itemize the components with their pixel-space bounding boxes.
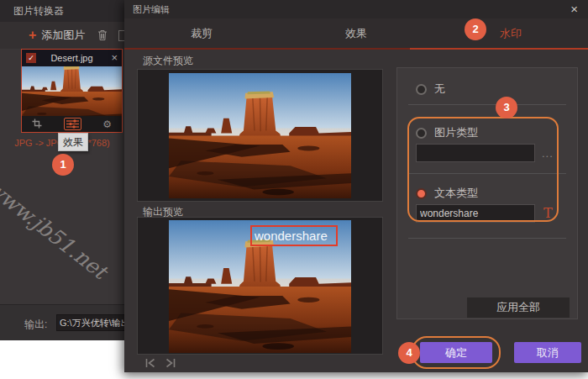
crop-icon[interactable] bbox=[32, 117, 42, 132]
output-path-input[interactable] bbox=[56, 314, 124, 331]
tab-underline-active bbox=[410, 48, 588, 50]
tab-bar: 裁剪 效果 水印 bbox=[124, 18, 588, 48]
app-title: 图片转换器 bbox=[0, 0, 124, 22]
site-watermark-text: www.jb51.net bbox=[0, 175, 112, 284]
divider bbox=[408, 104, 566, 105]
source-preview-label: 源文件预览 bbox=[143, 54, 193, 68]
toolbar: + 添加图片 bbox=[0, 22, 124, 49]
cancel-button[interactable]: 取消 bbox=[514, 342, 581, 363]
dialog-header: 图片编辑 × bbox=[124, 0, 588, 18]
prev-image-icon[interactable] bbox=[144, 356, 156, 371]
dialog-close-icon[interactable]: × bbox=[570, 0, 578, 18]
thumbnail-filename: Desert.jpg bbox=[22, 50, 122, 66]
option-none[interactable]: 无 bbox=[416, 82, 445, 97]
radio-none-icon[interactable] bbox=[416, 84, 427, 95]
output-preview-box: wondershare bbox=[137, 217, 383, 355]
thumbnail-titlebar: ✓ Desert.jpg × bbox=[22, 50, 122, 66]
image-edit-dialog: 图片编辑 × 裁剪 效果 水印 2 源文件预览 输出预览 wondershare bbox=[124, 0, 588, 372]
converter-window: 图片转换器 + 添加图片 ✓ Desert.jpg × bbox=[0, 0, 124, 340]
plus-icon: + bbox=[29, 28, 36, 43]
screenshot-root: 图片转换器 + 添加图片 ✓ Desert.jpg × bbox=[0, 0, 588, 379]
trash-icon[interactable] bbox=[97, 29, 108, 45]
step-3-badge: 3 bbox=[496, 97, 517, 118]
divider bbox=[408, 238, 566, 239]
next-image-icon[interactable] bbox=[165, 356, 176, 371]
tab-crop[interactable]: 裁剪 bbox=[124, 18, 279, 48]
effects-tooltip: 效果 bbox=[58, 133, 88, 151]
add-image-label: 添加图片 bbox=[41, 28, 85, 43]
step-3-annotation-rect bbox=[407, 117, 559, 222]
option-none-label: 无 bbox=[434, 82, 445, 97]
thumbnail-toolbar: ⚙ bbox=[22, 116, 122, 132]
preview-nav bbox=[144, 356, 176, 371]
output-label: 输出: bbox=[24, 318, 47, 332]
step-4-badge: 4 bbox=[398, 342, 420, 364]
thumbnail-image bbox=[22, 66, 122, 116]
tab-effects[interactable]: 效果 bbox=[279, 18, 433, 48]
watermark-overlay[interactable]: wondershare bbox=[250, 225, 338, 246]
clipped-toolbar-icon[interactable] bbox=[118, 30, 124, 41]
effects-icon-active[interactable] bbox=[64, 118, 81, 130]
apply-all-button[interactable]: 应用全部 bbox=[467, 297, 570, 318]
add-image-button[interactable]: + 添加图片 bbox=[29, 27, 85, 44]
step-2-badge: 2 bbox=[465, 18, 486, 40]
image-thumbnail-card[interactable]: ✓ Desert.jpg × ⚙ bbox=[21, 49, 123, 133]
tab-watermark[interactable]: 水印 bbox=[433, 18, 588, 48]
step-1-badge: 1 bbox=[52, 154, 74, 176]
step-4-annotation-rect bbox=[412, 336, 501, 369]
dialog-title: 图片编辑 bbox=[133, 0, 170, 18]
output-bar: 输出: bbox=[0, 304, 124, 340]
remove-image-icon[interactable]: × bbox=[111, 50, 118, 66]
source-preview-box bbox=[137, 69, 383, 202]
settings-gear-icon[interactable]: ⚙ bbox=[102, 118, 112, 130]
